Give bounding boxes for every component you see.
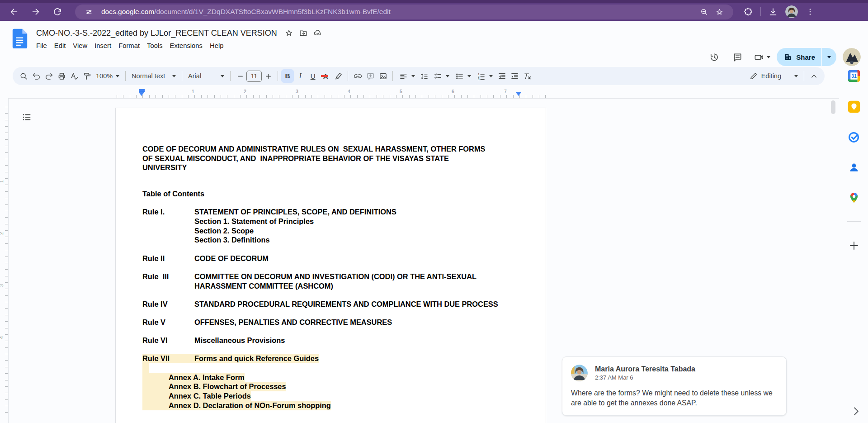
bulleted-list-select[interactable] <box>452 69 474 83</box>
toc-title[interactable]: Table of Contents <box>142 189 532 199</box>
insert-link-icon[interactable] <box>351 69 364 83</box>
checklist-select[interactable] <box>430 69 452 83</box>
forward-icon[interactable] <box>28 4 43 19</box>
keep-icon[interactable] <box>846 99 862 114</box>
doc-heading-line[interactable]: OF SEXUAL MISCONDUCT, AND INAPPROPRIATE … <box>142 154 532 163</box>
menu-tools[interactable]: Tools <box>143 41 166 51</box>
menu-help[interactable]: Help <box>206 41 227 51</box>
document-title[interactable]: CMO-NO.-3-S.-2022_edited by LJLor_RECENT… <box>36 29 277 38</box>
toc-rule-7-highlighted[interactable]: Rule VII Forms and quick Reference Guide… <box>142 354 319 363</box>
share-button[interactable]: Share <box>777 48 821 66</box>
toc-rule-5[interactable]: Rule V OFFENSES, PENALTIES AND CORRECTIV… <box>142 318 532 327</box>
menu-view[interactable]: View <box>69 41 91 51</box>
toc-section[interactable]: Section 3. Definitions <box>142 235 532 245</box>
doc-heading-line[interactable]: UNIVERSITY <box>142 163 532 172</box>
menu-format[interactable]: Format <box>115 41 143 51</box>
left-indent-marker[interactable] <box>139 92 144 96</box>
paragraph-style-select[interactable]: Normal text <box>129 69 179 83</box>
annex-item[interactable]: Annex B. Flowchart of Processes <box>142 382 286 391</box>
browser-profile-avatar[interactable] <box>785 5 798 18</box>
cloud-status-icon[interactable] <box>313 29 322 38</box>
hide-menus-icon[interactable] <box>807 69 820 83</box>
download-icon[interactable] <box>765 4 781 19</box>
document-outline-icon[interactable] <box>20 110 33 124</box>
account-avatar[interactable] <box>843 48 861 66</box>
get-addons-icon[interactable] <box>848 240 860 252</box>
ruler-ticks <box>117 94 546 98</box>
increase-indent-icon[interactable] <box>508 69 521 83</box>
back-icon[interactable] <box>6 4 22 19</box>
insert-image-icon[interactable] <box>377 69 389 83</box>
contacts-icon[interactable] <box>846 160 862 175</box>
scrollbar-thumb[interactable] <box>831 100 835 114</box>
increase-font-icon[interactable] <box>262 69 274 83</box>
underline-button[interactable]: U <box>307 69 319 83</box>
font-size-input[interactable]: 11 <box>246 71 262 82</box>
editing-mode-select[interactable]: Editing <box>746 69 801 83</box>
tasks-icon[interactable] <box>846 129 862 145</box>
menu-edit[interactable]: Edit <box>51 41 70 51</box>
clear-formatting-icon[interactable] <box>521 69 533 83</box>
site-info-icon[interactable] <box>81 4 97 19</box>
calendar-icon[interactable]: 31 <box>846 68 862 84</box>
menu-extensions[interactable]: Extensions <box>166 41 206 51</box>
decrease-indent-icon[interactable] <box>495 69 508 83</box>
bookmark-star-icon[interactable] <box>712 4 727 19</box>
menu-insert[interactable]: Insert <box>91 41 115 51</box>
toc-rule-1[interactable]: Rule I. STATEMENT OF PRINCIPLES, SCOPE, … <box>142 207 532 217</box>
maps-icon[interactable] <box>846 190 862 205</box>
show-side-panel-icon[interactable] <box>850 405 862 417</box>
font-select[interactable]: Arial <box>185 69 227 83</box>
undo-icon[interactable] <box>30 69 42 83</box>
reload-icon[interactable] <box>50 4 65 19</box>
document-page[interactable]: CODE OF DECORUM AND ADMINISTRATIVE RULES… <box>115 108 546 423</box>
comment-card[interactable]: Maria Aurora Teresita Tabada 2:37 AM Mar… <box>562 356 787 416</box>
document-text[interactable]: CODE OF DECORUM AND ADMINISTRATIVE RULES… <box>142 144 532 410</box>
doc-heading-line[interactable]: CODE OF DECORUM AND ADMINISTRATIVE RULES… <box>142 144 532 154</box>
line-spacing-icon[interactable] <box>418 69 430 83</box>
toc-section[interactable]: Section 2. Scope <box>142 226 532 236</box>
right-indent-marker[interactable] <box>516 92 521 96</box>
google-docs-icon[interactable] <box>11 28 30 52</box>
zoom-indicator-icon[interactable] <box>696 4 712 19</box>
toc-section[interactable]: Section 1. Statement of Principles <box>142 217 532 226</box>
annex-item[interactable]: Annex A. Intake Form <box>142 373 245 382</box>
bold-button[interactable]: B <box>281 69 294 83</box>
toc-rule-2[interactable]: Rule II CODE OF DECORUM <box>142 254 532 263</box>
numbered-list-select[interactable]: 123 <box>474 69 495 83</box>
first-line-indent-marker[interactable] <box>139 89 145 92</box>
toc-rule-6[interactable]: Rule VI Miscellaneous Provisions <box>142 336 532 345</box>
spellcheck-icon[interactable] <box>68 69 80 83</box>
menu-file[interactable]: File <box>33 41 51 51</box>
meet-call-button[interactable] <box>751 52 773 62</box>
italic-button[interactable]: I <box>294 69 307 83</box>
address-bar[interactable]: docs.google.com/document/d/1V_ZDqDXATSft… <box>75 5 733 19</box>
print-icon[interactable] <box>55 69 68 83</box>
decrease-font-icon[interactable] <box>234 69 246 83</box>
version-history-icon[interactable] <box>704 47 724 67</box>
redo-icon[interactable] <box>42 69 55 83</box>
toc-rule-4[interactable]: Rule IV STANDARD PROCEDURAL REQUIREMENTS… <box>142 299 532 309</box>
text-color-button[interactable]: A <box>319 69 332 83</box>
add-comment-icon[interactable] <box>364 69 377 83</box>
comment-body[interactable]: Where are the forms? We might need to de… <box>571 388 778 408</box>
toc-rule-3-cont[interactable]: HARASSMENT COMMITTEE (ASHCOM) <box>142 281 532 291</box>
chrome-menu-icon[interactable] <box>802 4 818 19</box>
star-document-icon[interactable] <box>284 29 293 38</box>
comments-icon[interactable] <box>727 47 747 67</box>
ruler-number: 2 <box>0 232 4 235</box>
extensions-icon[interactable] <box>741 4 756 19</box>
url-text[interactable]: docs.google.com/document/d/1V_ZDqDXATSft… <box>101 8 696 16</box>
zoom-select[interactable]: 100% <box>93 69 122 83</box>
horizontal-ruler[interactable]: 1 2 3 4 5 6 7 <box>0 89 868 98</box>
move-to-folder-icon[interactable] <box>299 29 308 38</box>
toc-rule-3[interactable]: Rule III COMMITTEE ON DECORUM AND INVEST… <box>142 272 532 281</box>
align-select[interactable] <box>396 69 418 83</box>
share-dropdown[interactable] <box>822 48 836 66</box>
annex-item[interactable]: Annex C. Table Periods <box>142 391 251 401</box>
search-menus-icon[interactable] <box>17 69 30 83</box>
meet-caret-icon[interactable] <box>767 56 770 58</box>
highlight-color-icon[interactable] <box>332 69 344 83</box>
annex-item[interactable]: Annex D. Declaration of NOn-Forum shoppi… <box>142 401 331 410</box>
paint-format-icon[interactable] <box>80 69 93 83</box>
